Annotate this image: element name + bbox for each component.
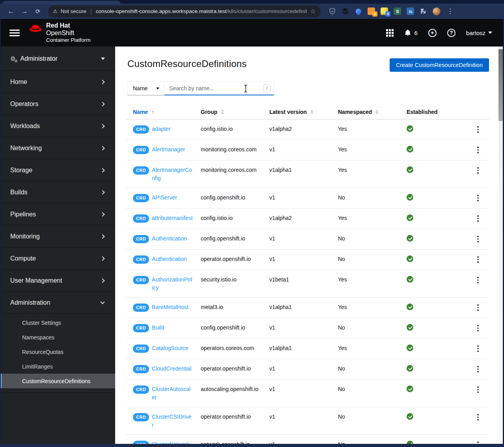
st-extension-icon[interactable]: St xyxy=(407,7,414,15)
row-kebab-menu[interactable] xyxy=(472,298,489,318)
crd-name-link[interactable]: attributemanifest xyxy=(152,214,193,222)
crd-name-link[interactable]: CatalogSource xyxy=(152,344,189,352)
shield-extension-icon[interactable] xyxy=(329,7,336,15)
crd-name-link[interactable]: Alertmanager xyxy=(152,145,185,154)
sidebar-item-label: Workloads xyxy=(10,123,40,130)
sidebar-item-customresourcedefinitions[interactable]: CustomResourceDefinitions xyxy=(0,374,115,388)
crd-latest-version: v1alpha1 xyxy=(269,160,338,188)
back-button[interactable]: ← xyxy=(6,7,17,15)
crd-namespaced: No xyxy=(338,407,407,434)
notes-extension-icon[interactable]: 0 xyxy=(381,7,388,15)
crd-name-link[interactable]: CloudCredential xyxy=(152,365,191,373)
sidebar-item-home[interactable]: Home xyxy=(0,71,115,93)
layers-extension-icon[interactable] xyxy=(342,7,349,15)
crd-name-link[interactable]: Authentication xyxy=(152,255,187,263)
search-input[interactable] xyxy=(164,81,274,95)
bookmark-star-icon[interactable]: ☆ xyxy=(310,7,316,15)
crd-name-link[interactable]: Authentication xyxy=(152,235,187,243)
crd-namespaced: No xyxy=(338,380,407,407)
puzzle-extensions-icon[interactable] xyxy=(420,7,427,15)
not-secure-warning-icon: ⚠ xyxy=(53,8,58,14)
caret-down-icon xyxy=(488,32,492,34)
brand-line2: OpenShift xyxy=(46,30,91,37)
crd-name-link[interactable]: AlertmanagerConfig xyxy=(152,166,193,183)
sidebar-item-user-management[interactable]: User Management xyxy=(0,270,115,292)
browser-active-tab[interactable] xyxy=(2,1,121,4)
sort-icon[interactable] xyxy=(221,110,224,114)
row-kebab-menu[interactable] xyxy=(472,160,489,188)
sort-icon[interactable] xyxy=(375,110,379,114)
help-icon[interactable]: ? xyxy=(447,29,455,37)
sidebar-item-monitoring[interactable]: Monitoring xyxy=(0,225,115,248)
sidebar-item-administration[interactable]: Administration xyxy=(0,292,115,314)
row-kebab-menu[interactable] xyxy=(472,250,489,270)
hand-extension-icon[interactable]: 1 xyxy=(368,7,375,15)
notifications-bell[interactable]: 6 xyxy=(404,29,417,36)
crd-name-link[interactable]: Build xyxy=(152,324,164,332)
row-kebab-menu[interactable] xyxy=(472,407,489,434)
crd-namespaced: No xyxy=(338,250,407,270)
row-kebab-menu[interactable] xyxy=(472,229,489,249)
sidebar-item-cluster-settings[interactable]: Cluster Settings xyxy=(0,315,115,330)
row-kebab-menu[interactable] xyxy=(472,380,489,407)
crd-name-link[interactable]: APIServer xyxy=(152,194,177,202)
forward-button[interactable]: → xyxy=(19,7,30,15)
profile-avatar[interactable] xyxy=(433,7,441,15)
crd-group: autoscaling.openshift.io xyxy=(201,380,269,407)
table-row: CRD CloudCredential operator.openshift.i… xyxy=(126,359,489,380)
browser-menu-icon[interactable]: ⋮ xyxy=(447,7,454,15)
sidebar-item-networking[interactable]: Networking xyxy=(0,137,115,159)
filter-bar: Name / xyxy=(127,81,504,95)
crd-latest-version: v1alpha1 xyxy=(269,298,338,318)
sort-icon[interactable] xyxy=(310,110,314,114)
row-kebab-menu[interactable] xyxy=(472,188,489,208)
sidebar-subnav: Cluster SettingsNamespacesResourceQuotas… xyxy=(0,314,115,393)
scrollbar-thumb[interactable] xyxy=(498,49,503,121)
crd-name-link[interactable]: ClusterCSIDriver xyxy=(152,413,193,429)
row-kebab-menu[interactable] xyxy=(472,359,489,379)
filter-type-dropdown[interactable]: Name xyxy=(127,81,164,95)
address-bar[interactable]: ⚠ Not secure | console-openshift-console… xyxy=(48,6,321,17)
sidebar-item-namespaces[interactable]: Namespaces xyxy=(0,330,115,345)
crd-group: operator.openshift.io xyxy=(201,359,269,379)
row-kebab-menu[interactable] xyxy=(472,209,489,229)
chevron-icon xyxy=(100,168,105,172)
sidebar-item-pipelines[interactable]: Pipelines xyxy=(0,203,115,225)
sidebar-item-builds[interactable]: Builds xyxy=(0,181,115,203)
crd-badge: CRD xyxy=(133,235,149,243)
sidebar-item-resourcequotas[interactable]: ResourceQuotas xyxy=(0,345,115,359)
sidebar-item-workloads[interactable]: Workloads xyxy=(0,115,115,137)
column-header-namespaced[interactable]: Namespaced xyxy=(338,105,407,119)
perspective-switcher[interactable]: ⚙ Administrator xyxy=(0,47,115,71)
s-extension-icon[interactable]: S xyxy=(394,7,401,15)
crd-group: operator.openshift.io xyxy=(201,407,269,434)
crd-namespaced: Yes xyxy=(338,339,407,359)
scrollbar-track[interactable] xyxy=(498,47,503,447)
row-kebab-menu[interactable] xyxy=(472,119,489,140)
drop-extension-icon[interactable] xyxy=(355,7,362,15)
crd-name-link[interactable]: BareMetalHost xyxy=(152,303,189,311)
user-menu[interactable]: bartosz xyxy=(466,30,492,36)
crd-latest-version: v1 xyxy=(269,359,338,379)
crd-group: config.openshift.io xyxy=(201,229,269,249)
reload-button[interactable]: ⟳ xyxy=(32,8,43,15)
row-kebab-menu[interactable] xyxy=(472,339,489,359)
sidebar-item-operators[interactable]: Operators xyxy=(0,93,115,115)
row-kebab-menu[interactable] xyxy=(472,318,489,338)
column-header-latest-version[interactable]: Latest version xyxy=(269,105,338,119)
app-launcher-icon[interactable] xyxy=(386,29,394,37)
crd-name-link[interactable]: AuthorizationPolicy xyxy=(152,276,193,292)
crd-name-link[interactable]: adapter xyxy=(152,125,170,133)
sidebar-item-compute[interactable]: Compute xyxy=(0,248,115,270)
create-plus-icon[interactable]: + xyxy=(428,29,437,37)
column-header-name[interactable]: Name↑ xyxy=(126,105,201,119)
row-kebab-menu[interactable] xyxy=(472,140,489,160)
row-kebab-menu[interactable] xyxy=(472,270,489,297)
sidebar-item-storage[interactable]: Storage xyxy=(0,159,115,181)
hamburger-menu-icon[interactable] xyxy=(9,30,20,36)
crd-name-link[interactable]: ClusterAutoscaler xyxy=(152,385,193,402)
column-header-group[interactable]: Group xyxy=(201,105,269,119)
create-crd-button[interactable]: Create CustomResourceDefinition xyxy=(390,58,489,72)
table-row: CRD CatalogSource operators.coreos.com v… xyxy=(126,339,489,359)
sidebar-item-limitranges[interactable]: LimitRanges xyxy=(0,359,115,374)
